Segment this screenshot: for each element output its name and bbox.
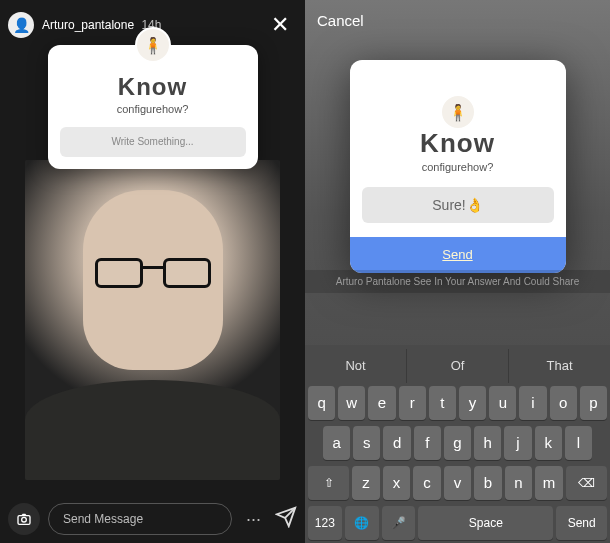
key-y[interactable]: y	[459, 386, 486, 420]
key-l[interactable]: l	[565, 426, 592, 460]
key-row-2: a s d f g h j k l	[305, 423, 610, 463]
key-space[interactable]: Space	[418, 506, 553, 540]
share-button[interactable]	[275, 506, 297, 532]
sticker-subtitle: configurehow?	[60, 103, 246, 115]
story-footer: Send Message ···	[8, 503, 297, 535]
disclaimer-text: Arturo Pantalone See In Your Answer And …	[305, 270, 610, 293]
story-time: 14h	[141, 18, 161, 32]
key-row-1: q w e r t y u i o p	[305, 383, 610, 423]
answer-input[interactable]: Sure!👌	[362, 187, 554, 223]
key-row-4: 123 🌐 🎤 Space Send	[305, 503, 610, 543]
question-sticker[interactable]: 🧍 Know configurehow? Write Something...	[48, 45, 258, 169]
key-i[interactable]: i	[519, 386, 546, 420]
answer-view: Cancel 🧍 Know configurehow? Sure!👌 Send …	[305, 0, 610, 543]
answer-title: Know	[350, 128, 566, 159]
key-t[interactable]: t	[429, 386, 456, 420]
key-f[interactable]: f	[414, 426, 441, 460]
camera-button[interactable]	[8, 503, 40, 535]
key-row-3: ⇧ z x c v b n m ⌫	[305, 463, 610, 503]
key-z[interactable]: z	[352, 466, 380, 500]
key-b[interactable]: b	[474, 466, 502, 500]
key-u[interactable]: u	[489, 386, 516, 420]
globe-icon[interactable]: 🌐	[345, 506, 379, 540]
key-backspace[interactable]: ⌫	[566, 466, 607, 500]
story-header: 👤 Arturo_pantalone 14h ✕	[8, 8, 297, 42]
key-x[interactable]: x	[383, 466, 411, 500]
key-g[interactable]: g	[444, 426, 471, 460]
message-input[interactable]: Send Message	[48, 503, 232, 535]
key-d[interactable]: d	[383, 426, 410, 460]
cancel-button[interactable]: Cancel	[317, 12, 364, 29]
key-e[interactable]: e	[368, 386, 395, 420]
user-avatar[interactable]: 👤	[8, 12, 34, 38]
more-button[interactable]: ···	[240, 509, 267, 530]
shirt	[25, 380, 280, 480]
key-v[interactable]: v	[444, 466, 472, 500]
key-s[interactable]: s	[353, 426, 380, 460]
key-m[interactable]: m	[535, 466, 563, 500]
answer-card: 🧍 Know configurehow? Sure!👌 Send	[350, 60, 566, 273]
key-123[interactable]: 123	[308, 506, 342, 540]
username[interactable]: Arturo_pantalone 14h	[42, 18, 161, 32]
camera-icon	[16, 511, 32, 527]
key-n[interactable]: n	[505, 466, 533, 500]
suggestion[interactable]: That	[509, 349, 610, 383]
sticker-title: Know	[60, 73, 246, 101]
answer-avatar-icon: 🧍	[440, 94, 476, 130]
svg-point-1	[22, 517, 27, 522]
key-c[interactable]: c	[413, 466, 441, 500]
key-o[interactable]: o	[550, 386, 577, 420]
sticker-input[interactable]: Write Something...	[60, 127, 246, 157]
answer-subtitle: configurehow?	[350, 161, 566, 173]
key-h[interactable]: h	[474, 426, 501, 460]
close-icon[interactable]: ✕	[263, 8, 297, 42]
key-w[interactable]: w	[338, 386, 365, 420]
key-q[interactable]: q	[308, 386, 335, 420]
key-p[interactable]: p	[580, 386, 607, 420]
key-j[interactable]: j	[504, 426, 531, 460]
key-send[interactable]: Send	[556, 506, 607, 540]
key-k[interactable]: k	[535, 426, 562, 460]
send-button[interactable]: Send	[350, 237, 566, 273]
suggestion-bar: Not Of That	[305, 349, 610, 383]
key-r[interactable]: r	[399, 386, 426, 420]
suggestion[interactable]: Not	[305, 349, 407, 383]
face	[83, 190, 223, 370]
key-a[interactable]: a	[323, 426, 350, 460]
mic-icon[interactable]: 🎤	[382, 506, 416, 540]
key-shift[interactable]: ⇧	[308, 466, 349, 500]
paper-plane-icon	[275, 506, 297, 528]
keyboard: Not Of That q w e r t y u i o p a s d f …	[305, 345, 610, 543]
username-text: Arturo_pantalone	[42, 18, 134, 32]
story-photo[interactable]	[25, 160, 280, 480]
glasses	[95, 258, 211, 290]
suggestion[interactable]: Of	[407, 349, 509, 383]
story-view: 👤 Arturo_pantalone 14h ✕ 🧍 Know configur…	[0, 0, 305, 543]
